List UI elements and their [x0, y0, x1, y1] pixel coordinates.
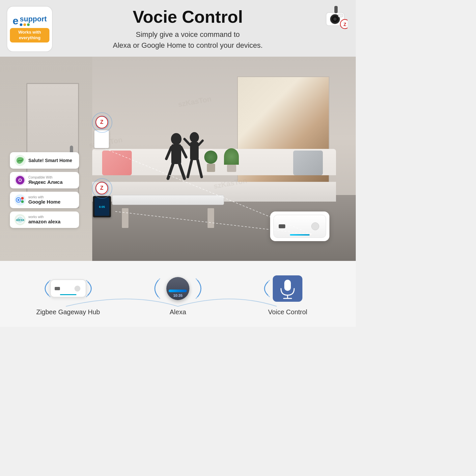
hub-bottom-port	[55, 287, 60, 290]
coffee-table	[112, 195, 224, 228]
svg-point-31	[21, 200, 24, 203]
svg-line-17	[199, 141, 203, 145]
main-subtitle: Simply give a voice command to Alexa or …	[53, 29, 323, 51]
bottom-hub-item: Zigbee Gageway Hub	[13, 272, 123, 316]
svg-line-19	[198, 160, 202, 177]
room-area: szKasTon szKasTon szKasTon	[0, 57, 356, 261]
hub-label: Zigbee Gageway Hub	[36, 308, 100, 316]
camera-top-right: Z	[323, 6, 349, 36]
yandex-text: Compatible With Яндекс Алиса	[28, 176, 63, 185]
badge-yandex: O Compatible With Яндекс Алиса	[10, 172, 79, 188]
cushion-pink	[102, 151, 132, 175]
svg-line-10	[166, 147, 171, 159]
svg-line-11	[181, 147, 186, 157]
salute-icon	[14, 155, 26, 166]
main-title: Vocie Control	[53, 8, 323, 26]
bottom-section: Zigbee Gageway Hub 10:35 Alexa	[0, 261, 356, 327]
plant-2	[224, 148, 239, 172]
esupport-banner: Works with everything	[10, 28, 49, 42]
left-badges-panel: Salute! Smart Home O Compatible With Янд…	[10, 152, 79, 228]
google-text: works with Google Home	[28, 195, 61, 205]
human-silhouettes	[165, 129, 204, 195]
zigbee-device-2: Z 6:05	[96, 182, 111, 217]
svg-point-3	[333, 17, 337, 21]
badge-google: works with Google Home	[10, 192, 79, 208]
alexa-speaker: 10:35	[166, 277, 189, 300]
bottom-alexa-item: 10:35 Alexa	[123, 272, 233, 316]
salute-text: Salute! Smart Home	[28, 158, 72, 163]
hub-signal-left	[39, 279, 52, 298]
thermostat-time: 6:05	[99, 205, 105, 209]
hub-body	[273, 215, 326, 238]
esupport-badge: e support Works with everything	[7, 6, 53, 52]
zigbee-icon-2: Z	[96, 182, 108, 194]
voice-visual-wrap	[255, 272, 321, 305]
hub-button	[311, 222, 319, 230]
badge-salute: Salute! Smart Home	[10, 152, 79, 169]
dot-green	[27, 23, 30, 26]
svg-point-30	[21, 197, 24, 200]
svg-line-12	[168, 164, 173, 179]
svg-line-16	[184, 139, 190, 145]
svg-rect-5	[334, 6, 338, 13]
camera-icon: Z	[324, 6, 348, 36]
dot-blue	[20, 23, 22, 26]
hub-visual-wrap	[35, 272, 101, 305]
esupport-logo: e support	[13, 15, 47, 26]
plant-1	[204, 151, 217, 172]
alexa-text: works with amazon alexa	[28, 215, 61, 224]
svg-line-18	[188, 160, 192, 177]
badge-alexa: alexa works with amazon alexa	[10, 211, 79, 228]
cushion-gray	[293, 151, 323, 175]
zigbee-device-1: Z	[96, 116, 109, 148]
voice-label: Voice Control	[268, 308, 307, 316]
table-leg-right	[208, 208, 214, 228]
google-icon	[14, 194, 26, 206]
table-leg-left	[122, 208, 128, 228]
alexa-time-display: 10:35	[173, 294, 182, 297]
bottom-voice-item: Voice Control	[233, 272, 343, 316]
esupport-e-letter: e	[13, 15, 18, 26]
svg-text:O: O	[18, 178, 22, 183]
alexa-icon: alexa	[14, 214, 26, 225]
voice-signal-left	[258, 279, 271, 298]
voice-icon	[273, 275, 302, 302]
svg-text:alexa: alexa	[16, 218, 24, 222]
header-title-area: Vocie Control Simply give a voice comman…	[53, 6, 323, 51]
svg-rect-9	[171, 144, 181, 164]
esupport-name: support	[20, 15, 47, 23]
alexa-ring	[169, 290, 187, 292]
esupport-dots	[20, 23, 30, 26]
svg-text:Z: Z	[344, 22, 347, 27]
hub-light	[290, 234, 310, 236]
alexa-visual-wrap: 10:35	[145, 272, 211, 305]
svg-rect-35	[284, 280, 291, 291]
hub-bottom-light	[60, 294, 76, 295]
hub-signal-right	[85, 279, 98, 298]
microphone-svg	[278, 277, 297, 300]
page-header: e support Works with everything Vocie Co…	[0, 0, 356, 57]
alexa-signal-left	[148, 277, 161, 300]
esupport-name-block: support	[20, 15, 47, 26]
esupport-banner-text: Works with everything	[13, 30, 46, 41]
alexa-label: Alexa	[170, 308, 186, 316]
hub-bottom-button	[74, 286, 80, 292]
hub-device-room	[270, 211, 329, 241]
svg-point-29	[17, 199, 19, 201]
alexa-signal-right	[194, 277, 208, 300]
svg-line-13	[180, 164, 184, 179]
hub-bottom-body	[50, 279, 86, 297]
table-top	[112, 195, 224, 205]
hub-port	[279, 224, 285, 228]
yandex-icon: O	[14, 175, 26, 186]
zigbee-icon-1: Z	[96, 116, 108, 128]
dot-orange	[23, 23, 26, 26]
svg-point-8	[171, 133, 182, 145]
svg-rect-4	[338, 14, 343, 17]
svg-rect-15	[190, 142, 199, 160]
svg-point-14	[190, 132, 199, 143]
